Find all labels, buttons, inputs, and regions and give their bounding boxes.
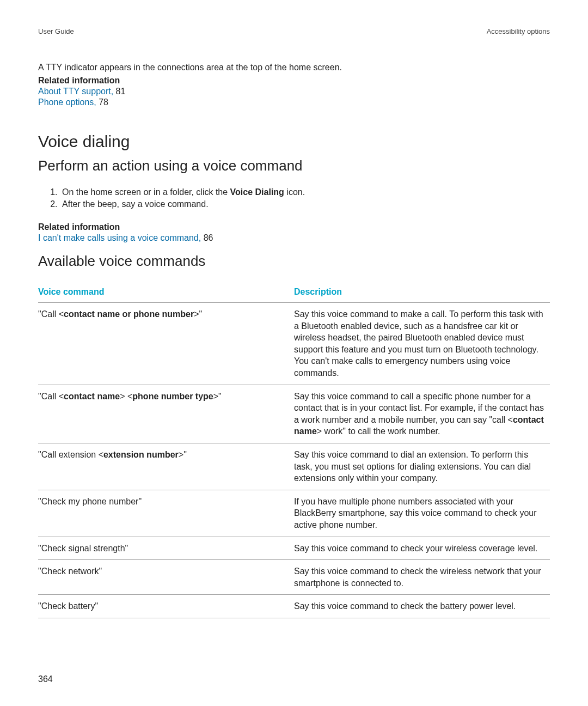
page-number: 364 [38,674,53,684]
cmd-cell: "Check network" [38,560,294,595]
table-row: "Check battery" Say this voice command t… [38,595,550,618]
cmd-cell: "Check my phone number" [38,490,294,537]
cmd-arg: contact name or phone number [64,309,194,319]
header-left: User Guide [38,27,74,35]
cmd-pre: "Call extension < [38,450,103,459]
desc-post: > work" to call the work number. [317,427,440,436]
table-row: "Check network" Say this voice command t… [38,560,550,595]
link-about-tty[interactable]: About TTY support, [38,87,113,96]
desc-cell: Say this voice command to make a call. T… [294,303,550,385]
related-link-2: Phone options, 78 [38,98,550,107]
cmd-arg: contact name [64,392,120,401]
related-info-heading: Related information [38,76,550,86]
section-title: Voice dialing [38,132,550,151]
header-right: Accessibility options [487,27,550,35]
desc-cell: If you have multiple phone numbers assoc… [294,490,550,537]
subsection-available-commands: Available voice commands [38,253,550,270]
related-link-1: About TTY support, 81 [38,87,550,96]
link-page-1: 81 [113,87,125,96]
step-1-pre: On the home screen or in a folder, click… [62,187,230,197]
desc-cell: Say this voice command to check your wir… [294,537,550,560]
link-phone-options[interactable]: Phone options, [38,98,96,107]
cmd-cell: "Call <contact name> <phone number type>… [38,385,294,443]
step-1: On the home screen or in a folder, click… [60,187,550,197]
link-cant-make-calls[interactable]: I can't make calls using a voice command… [38,233,201,242]
cmd-post: >" [213,392,222,401]
table-row: "Call extension <extension number>" Say … [38,443,550,490]
desc-cell: Say this voice command to call a specifi… [294,385,550,443]
page-header: User Guide Accessibility options [38,27,550,35]
cmd-arg: extension number [103,450,179,459]
cmd-post: >" [179,450,187,459]
table-row: "Call <contact name or phone number>" Sa… [38,303,550,385]
desc-cell: Say this voice command to check the batt… [294,595,550,618]
cmd-pre: "Call < [38,392,64,401]
step-1-post: icon. [284,187,305,197]
desc-pre: Say this voice command to call a specifi… [294,392,544,424]
cmd-cell: "Call extension <extension number>" [38,443,294,490]
cmd-cell: "Check signal strength" [38,537,294,560]
related-link-3: I can't make calls using a voice command… [38,233,550,243]
step-2: After the beep, say a voice command. [60,199,550,209]
subsection-perform-action: Perform an action using a voice command [38,157,550,174]
cmd-arg2: phone number type [132,392,213,401]
intro-text: A TTY indicator appears in the connectio… [38,63,550,72]
desc-cell: Say this voice command to dial an extens… [294,443,550,490]
cmd-mid: > < [120,392,132,401]
table-header-command: Voice command [38,283,294,303]
steps-list: On the home screen or in a folder, click… [38,187,550,209]
related-info-heading-2: Related information [38,222,550,232]
table-row: "Call <contact name> <phone number type>… [38,385,550,443]
cmd-cell: "Call <contact name or phone number>" [38,303,294,385]
table-header-description: Description [294,283,550,303]
related-info-1: Related information About TTY support, 8… [38,76,550,107]
step-1-bold: Voice Dialing [230,187,284,197]
cmd-pre: "Call < [38,309,64,319]
cmd-post: >" [194,309,202,319]
desc-cell: Say this voice command to check the wire… [294,560,550,595]
table-row: "Check my phone number" If you have mult… [38,490,550,537]
link-page-2: 78 [96,98,108,107]
related-info-2: Related information I can't make calls u… [38,222,550,243]
table-row: "Check signal strength" Say this voice c… [38,537,550,560]
cmd-cell: "Check battery" [38,595,294,618]
link-page-3: 86 [201,233,213,242]
voice-commands-table: Voice command Description "Call <contact… [38,283,550,618]
